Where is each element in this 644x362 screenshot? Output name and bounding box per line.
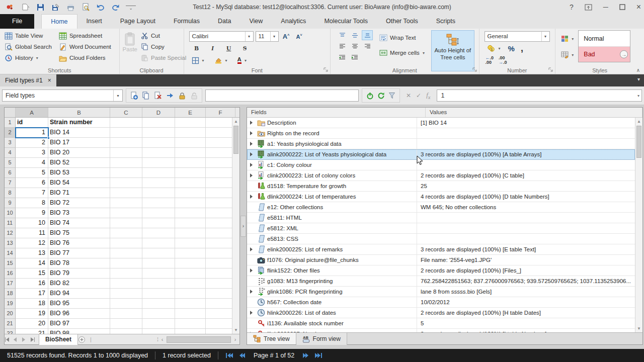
- decrease-decimal-button[interactable]: .00→.0: [499, 56, 507, 65]
- cell-D7[interactable]: [142, 178, 175, 188]
- undo-icon[interactable]: [96, 2, 106, 12]
- field-row[interactable]: c1: Colony colour: [247, 160, 635, 170]
- cell-A19[interactable]: 18: [16, 299, 48, 309]
- expand-arrow-icon[interactable]: [247, 173, 255, 177]
- panel-splitter[interactable]: ›: [240, 107, 247, 345]
- sheet-vertical-scrollbar[interactable]: ▲ ▼: [232, 118, 239, 334]
- row-number[interactable]: 21: [5, 319, 16, 329]
- row-number[interactable]: 19: [5, 299, 16, 309]
- align-center-icon[interactable]: [349, 41, 360, 51]
- cell-F5[interactable]: [206, 158, 235, 168]
- scroll-down-icon[interactable]: ▼: [635, 325, 642, 332]
- font-size-select[interactable]: 11▾: [256, 31, 279, 42]
- row-number[interactable]: 14: [5, 248, 16, 258]
- cell-C3[interactable]: [110, 138, 142, 148]
- cell-F19[interactable]: [206, 299, 235, 309]
- align-bottom-icon[interactable]: [362, 30, 373, 40]
- row-number[interactable]: 9: [5, 198, 16, 208]
- view-tab-tree-view[interactable]: Tree view: [247, 332, 296, 344]
- cell-B17[interactable]: BIO 82: [48, 279, 110, 289]
- cell-B20[interactable]: BIO 96: [48, 309, 110, 319]
- confirm-edit-icon[interactable]: ✓: [416, 92, 421, 99]
- ribbon-display-icon[interactable]: [585, 4, 592, 11]
- currency-format-button[interactable]: $▾: [486, 43, 502, 54]
- close-button[interactable]: ×: [636, 3, 641, 12]
- search-input[interactable]: [205, 89, 359, 102]
- cell-E20[interactable]: [175, 309, 206, 319]
- cell-F13[interactable]: [206, 238, 235, 248]
- increase-indent-icon[interactable]: [349, 52, 360, 62]
- cell-B6[interactable]: BIO 53: [48, 168, 110, 178]
- ribbon-tab-insert[interactable]: Insert: [77, 14, 111, 29]
- cell-A2[interactable]: 1: [16, 128, 48, 138]
- cell-C15[interactable]: [110, 258, 142, 268]
- cell-B14[interactable]: BIO 77: [48, 248, 110, 258]
- number-dialog-launcher-icon[interactable]: [548, 67, 553, 72]
- paste-special-button[interactable]: Paste Special: [139, 52, 188, 63]
- cell-E14[interactable]: [175, 248, 206, 258]
- cancel-edit-icon[interactable]: ✕: [406, 92, 411, 99]
- print-preview-icon[interactable]: [80, 2, 91, 12]
- function-icon[interactable]: fx: [426, 91, 430, 100]
- last-sheet-icon[interactable]: [30, 337, 39, 342]
- select-all-corner[interactable]: [5, 108, 16, 117]
- hscroll-left-icon[interactable]: ‹: [158, 336, 167, 342]
- field-row[interactable]: clink2000223: List of colony colors2 rec…: [247, 170, 635, 181]
- cell-C14[interactable]: [110, 248, 142, 258]
- cell-A17[interactable]: 16: [16, 279, 48, 289]
- field-row[interactable]: alink2000222: List of Yeasts physiologic…: [247, 149, 635, 160]
- row-number[interactable]: 18: [5, 289, 16, 299]
- cell-E1[interactable]: [175, 118, 206, 128]
- field-row[interactable]: g1083: M13 fingerprinting762.25842285156…: [247, 276, 635, 287]
- paste-button[interactable]: Paste: [123, 30, 137, 65]
- cell-E7[interactable]: [175, 178, 206, 188]
- close-tab-icon[interactable]: ×: [48, 77, 51, 84]
- tab-list-dropdown-icon[interactable]: ▾: [637, 76, 640, 82]
- add-sheet-icon[interactable]: [78, 336, 90, 343]
- decrease-font-icon[interactable]: A˅: [294, 33, 305, 40]
- expand-arrow-icon[interactable]: [247, 311, 255, 315]
- cell-C18[interactable]: [110, 289, 142, 299]
- cell-E10[interactable]: [175, 208, 206, 218]
- cell-C7[interactable]: [110, 178, 142, 188]
- scroll-down-icon[interactable]: ▼: [232, 326, 239, 334]
- cell-B19[interactable]: BIO 95: [48, 299, 110, 309]
- expand-arrow-icon[interactable]: [247, 195, 255, 199]
- minimize-button[interactable]: ─: [603, 3, 608, 11]
- fields-vertical-scrollbar[interactable]: ▲ ▼: [635, 118, 642, 332]
- column-header-F[interactable]: F: [206, 108, 235, 117]
- cell-D3[interactable]: [142, 138, 175, 148]
- cell-F6[interactable]: [206, 168, 235, 178]
- cell-A20[interactable]: 19: [16, 309, 48, 319]
- expand-arrow-icon[interactable]: [247, 142, 255, 146]
- sheet-tab-biosheet[interactable]: BioSheet: [39, 334, 78, 345]
- cell-A18[interactable]: 17: [16, 289, 48, 299]
- cell-D13[interactable]: [142, 238, 175, 248]
- row-number[interactable]: 5: [5, 158, 16, 168]
- cell-A14[interactable]: 13: [16, 248, 48, 258]
- ribbon-tab-data[interactable]: Data: [209, 14, 240, 29]
- cell-B1[interactable]: Strain number: [48, 118, 110, 128]
- cell-A1[interactable]: id: [16, 118, 48, 128]
- ribbon-tab-scripts[interactable]: Scripts: [427, 14, 464, 29]
- cell-A3[interactable]: 2: [16, 138, 48, 148]
- cell-E16[interactable]: [175, 268, 206, 279]
- ribbon-tab-other-tools[interactable]: Other Tools: [377, 14, 427, 29]
- merge-cells-button[interactable]: Merge cells▾: [378, 47, 426, 58]
- cell-B9[interactable]: BIO 72: [48, 198, 110, 208]
- refresh-icon[interactable]: [376, 90, 386, 101]
- cell-B11[interactable]: BIO 74: [48, 218, 110, 228]
- expand-arrow-icon[interactable]: [247, 268, 255, 273]
- number-format-select[interactable]: General▾: [485, 31, 550, 42]
- cell-A9[interactable]: 8: [16, 198, 48, 208]
- cell-B18[interactable]: BIO 94: [48, 289, 110, 299]
- redo-icon[interactable]: [111, 2, 121, 12]
- cell-F20[interactable]: [206, 309, 235, 319]
- field-row[interactable]: Description[1] BIO 14: [247, 118, 635, 128]
- cloud-folders-button[interactable]: Cloud Folders: [57, 52, 113, 63]
- cell-C21[interactable]: [110, 319, 142, 329]
- row-number[interactable]: 8: [5, 188, 16, 198]
- row-number[interactable]: 11: [5, 218, 16, 228]
- style-item-normal[interactable]: Normal: [579, 31, 630, 46]
- conditional-formatting-button[interactable]: ▾: [559, 33, 575, 44]
